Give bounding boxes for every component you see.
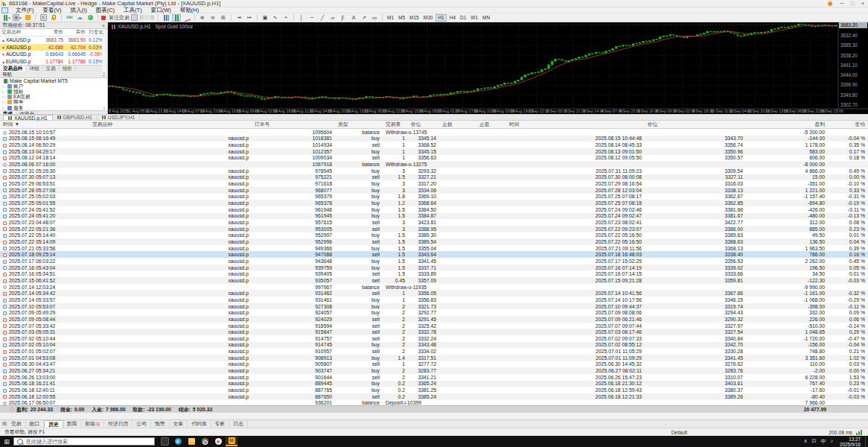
chart-shift-icon[interactable]: ↦ xyxy=(245,14,254,22)
depth-of-market-icon[interactable]: ≡ xyxy=(39,14,48,22)
timeframe-H1[interactable]: H1 xyxy=(435,14,447,22)
history-row[interactable]: 2025.07.15 06:41:52xauusd.p935057sell0.4… xyxy=(0,277,868,284)
history-row[interactable]: 2025.07.02 05:10:44xauusd.p914757sell233… xyxy=(0,335,868,342)
taskbar-button-explorer[interactable] xyxy=(185,437,197,446)
market-watch-close-icon[interactable]: × xyxy=(102,23,105,28)
menu-item-图表[interactable]: 图表(C) xyxy=(92,7,119,13)
timeframe-H4[interactable]: H4 xyxy=(447,14,457,22)
history-row[interactable]: 2025.07.18 09:25:14xauusd.p947088sell1.5… xyxy=(0,251,868,258)
crosshair-icon[interactable]: + xyxy=(281,14,290,22)
history-row[interactable]: 2025.07.25 05:01:55xauusd.p965378buy1.23… xyxy=(0,200,868,206)
lock-icon[interactable] xyxy=(49,14,58,22)
history-row[interactable]: 2025.07.31 05:26:30xauusd.p978945buy3329… xyxy=(0,168,868,174)
tray-icon-3[interactable]: ♪ xyxy=(830,438,833,446)
tray-icon-0[interactable]: ∧ xyxy=(803,438,807,446)
timeframe-M30[interactable]: M30 xyxy=(421,14,435,22)
toolbox-tab-文章[interactable]: 文章 xyxy=(170,420,188,428)
auto-scroll-icon[interactable]: ⇥ xyxy=(234,14,243,22)
history-row[interactable]: 2025.07.21 05:33:58xauusd.p949366buy1.53… xyxy=(0,245,868,252)
history-row[interactable]: 2025.08.06 07:16:001067918balanceWithdra… xyxy=(0,161,868,168)
history-col-11-变动[interactable]: 变动 xyxy=(828,121,868,129)
toolbox-tab-日志[interactable]: 日志 xyxy=(229,420,248,428)
chart-tab-GBPUSD,H1[interactable]: GBPUSD,H1 xyxy=(53,115,98,120)
mw-col-买价[interactable]: 买价 xyxy=(65,29,87,37)
toolbox-tab-交易[interactable]: 交易 xyxy=(7,420,26,428)
close-button[interactable]: × xyxy=(858,0,868,7)
channel-icon[interactable]: ▱ xyxy=(328,14,337,22)
history-row[interactable]: 2025.06.18 12:00:55xauusd.p887650sell0.2… xyxy=(0,393,868,400)
camera-icon[interactable]: ▣ xyxy=(261,14,269,22)
timeframe-M5[interactable]: M5 xyxy=(397,14,407,22)
history-row[interactable]: 2025.06.18 12:40:11xauusd.p887765buy0.23… xyxy=(0,387,868,393)
toolbox-tab-公司[interactable]: 公司 xyxy=(133,420,151,428)
history-row[interactable]: 2025.08.15 08:16:49xauusd.p1018381buy133… xyxy=(0,136,868,142)
toolbox-tab-敞口[interactable]: 敞口 xyxy=(26,420,45,428)
shapes-tool-icon[interactable]: ▭ xyxy=(370,14,379,22)
algo-trading-button[interactable]: 算法交易 xyxy=(101,14,130,22)
taskbar-button-task-view[interactable] xyxy=(159,437,170,446)
history-row[interactable]: 2025.07.09 05:49:29xauusd.p924057buy2329… xyxy=(0,309,868,316)
taskbar-button-mt5[interactable]: M xyxy=(226,437,237,446)
history-col-10-盈利[interactable]: 盈利 xyxy=(746,121,828,129)
toolbox-tab-专家[interactable]: 专家 xyxy=(211,420,230,428)
menu-item-插入[interactable]: 插入(I) xyxy=(66,7,92,13)
profiles-button[interactable]: ▦▾ xyxy=(13,14,22,22)
line-chart-icon[interactable] xyxy=(182,14,191,22)
history-row[interactable]: 2025.07.09 05:08:44xauusd.p924029sell232… xyxy=(0,316,868,323)
chart-area[interactable]: XAUUSD.p,H1 Spot Gold 100oz 8 Aug 202511… xyxy=(108,22,868,114)
tray-icon-1[interactable]: ⊡ xyxy=(812,438,817,446)
navigator-item-服务[interactable]: ▷服务 xyxy=(0,105,107,110)
history-row[interactable]: 2025.06.27 05:34:21xauusd.p903747buy2328… xyxy=(0,367,868,374)
minimize-button[interactable]: ─ xyxy=(837,0,847,7)
history-row[interactable]: 2025.07.16 05:34:51xauusd.p939405sell1.5… xyxy=(0,270,868,277)
history-row[interactable]: 2025.07.03 05:05:31xauusd.p915847sell233… xyxy=(0,329,868,335)
child-window-icon[interactable] xyxy=(1,7,8,13)
history-row[interactable]: 2025.07.24 05:41:20xauusd.p961945buy1.53… xyxy=(0,213,868,220)
history-row[interactable]: 2025.07.07 05:33:42xauusd.p918594sell233… xyxy=(0,323,868,329)
zoom-out-icon[interactable]: ⊖ xyxy=(208,14,217,22)
history-row[interactable]: 2025.07.24 05:41:52xauusd.p961948buy1.53… xyxy=(0,206,868,213)
taskbar-button-app[interactable] xyxy=(212,437,224,446)
toolbox-tab-预警[interactable]: 预警 xyxy=(151,420,170,428)
zoom-in-icon[interactable]: ⊕ xyxy=(198,14,207,22)
trendline-icon[interactable]: ╱ xyxy=(318,14,327,22)
history-row[interactable]: 2025.08.14 06:50:29xauusd.p1014934sell13… xyxy=(0,142,868,148)
taskbar-clock[interactable]: 13:27 2025/9/16 xyxy=(840,437,861,447)
profile-selector[interactable]: Default xyxy=(671,430,688,435)
toolbox-tab-代码库[interactable]: 代码库 xyxy=(188,420,211,428)
cursor-icon[interactable]: ↖ xyxy=(271,14,280,22)
mw-tab-报价[interactable]: 报价 xyxy=(60,66,76,72)
history-row[interactable]: 2025.07.16 05:43:04xauusd.p939759buy1.53… xyxy=(0,264,868,271)
start-button[interactable]: ⊞ xyxy=(0,438,13,446)
history-row[interactable]: 2025.08.12 04:18:14xauusd.p1009034sell13… xyxy=(0,155,868,162)
text-tool-icon[interactable]: A xyxy=(349,14,358,22)
menu-item-查看[interactable]: 查看(V) xyxy=(39,7,66,13)
history-col-0-时间[interactable]: 时间 ▼ xyxy=(0,121,89,129)
history-row[interactable]: 2025.07.25 05:02:03xauusd.p965379buy1.83… xyxy=(0,194,868,200)
history-row[interactable]: 2025.07.22 05:14:09xauusd.p952996sell1.5… xyxy=(0,238,868,245)
menu-item-窗口[interactable]: 窗口(W) xyxy=(147,7,176,13)
mw-tab-交易[interactable]: 交易 xyxy=(43,66,60,72)
history-row[interactable]: 2025.07.01 05:02:07xauusd.p910957sell233… xyxy=(0,348,868,355)
toolbox-tab-历史[interactable]: 历史 xyxy=(44,420,63,428)
history-center-icon[interactable]: HH xyxy=(65,14,74,22)
taskbar-button-chrome[interactable] xyxy=(199,437,211,446)
history-col-7-止盈[interactable]: 止盈 xyxy=(476,121,506,129)
timeframe-W1[interactable]: W1 xyxy=(469,14,480,22)
horizontal-line-icon[interactable]: ─ xyxy=(307,14,316,22)
timeframe-M15[interactable]: M15 xyxy=(408,14,421,22)
history-col-9-价位[interactable]: 价位 xyxy=(645,121,746,129)
mw-col-交易品种[interactable]: 交易品种 xyxy=(0,29,42,37)
history-col-8-时间[interactable]: 时间 xyxy=(506,121,645,129)
menu-item-帮助[interactable]: 帮助(H) xyxy=(176,7,203,13)
mw-row-AUDUSD.p[interactable]: ▼AUDUSD.p0.666430.66645-0.08% xyxy=(0,51,103,58)
connection-signal-icon[interactable] xyxy=(855,430,862,435)
history-col-1-交易品种[interactable]: 交易品种 xyxy=(89,121,252,129)
history-row[interactable]: 2025.06.18 16:21:41xauusd.p889445buy0.23… xyxy=(0,381,868,387)
history-row[interactable]: 2025.07.14 05:33:57xauusd.p931461buy1335… xyxy=(0,297,868,303)
expand-icon[interactable]: ▷ xyxy=(2,89,6,94)
history-col-4-交易量[interactable]: 交易量 xyxy=(383,121,408,129)
expand-icon[interactable]: ▷ xyxy=(2,106,6,110)
expand-icon[interactable]: ▷ xyxy=(2,95,6,99)
timeframe-MN[interactable]: MN xyxy=(481,14,492,22)
